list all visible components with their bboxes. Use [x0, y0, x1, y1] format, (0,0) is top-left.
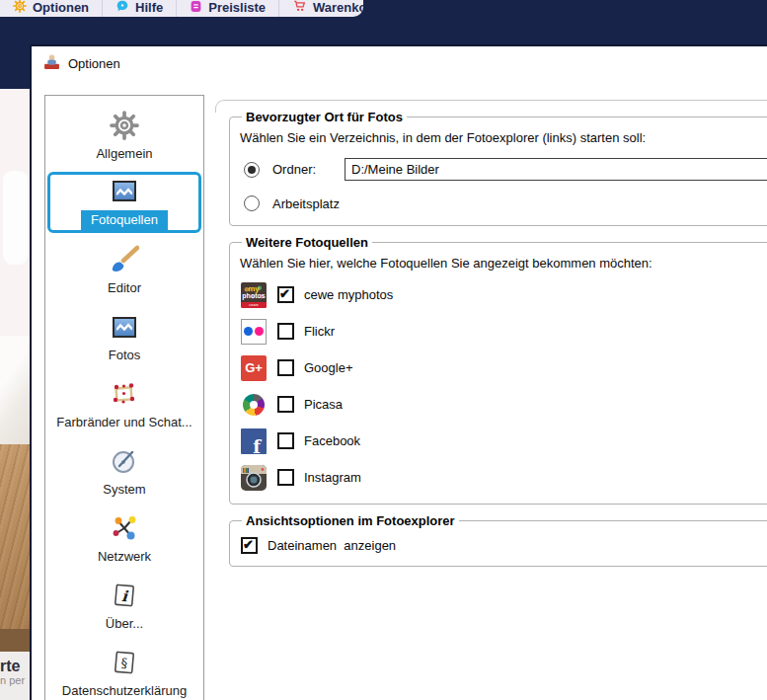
- photo-source-row-instagram: Instagram: [241, 459, 767, 496]
- screen: Optionen Hilfe Preisliste Warenkorb rte …: [0, 0, 767, 700]
- group-view-options: Ansichtsoptionen im Fotoexplorer Dateina…: [229, 513, 767, 567]
- sidebar-item-label: Netzwerk: [98, 549, 151, 564]
- checkbox-flickr[interactable]: [277, 323, 294, 340]
- group-description: Wählen Sie ein Verzeichnis, in dem der F…: [240, 130, 767, 145]
- checkbox-dateinamen-anzeigen[interactable]: [241, 537, 258, 554]
- gear-orange-icon: [13, 0, 27, 16]
- main-content: Bevorzugter Ort für Fotos Wählen Sie ein…: [229, 110, 767, 700]
- group-title: Bevorzugter Ort für Fotos: [242, 110, 407, 124]
- workspace-radio-label: Arbeitsplatz: [272, 196, 340, 211]
- toolbar-button-label: Warenkorb: [313, 0, 363, 15]
- group-description: Wählen Sie hier, welche Fotoquellen Sie …: [240, 256, 767, 271]
- info-page-icon: i: [113, 580, 136, 611]
- background-wood-edge: [0, 629, 30, 652]
- checkbox-instagram[interactable]: [277, 469, 294, 486]
- background-card: [3, 171, 28, 265]
- options-dialog-icon: [43, 53, 60, 73]
- selection-frame-icon: [111, 378, 138, 410]
- photo-source-label: Flickr: [304, 324, 335, 339]
- sidebar-item-label: Datenschutzerklärung: [62, 683, 187, 698]
- facebook-icon: [241, 428, 267, 454]
- background-photo: [0, 336, 30, 444]
- toolbar-button-preisliste[interactable]: Preisliste: [177, 0, 279, 17]
- toolbar-button-label: Optionen: [33, 0, 89, 15]
- sidebar-item-fotoquellen[interactable]: Fotoquellen: [47, 172, 201, 233]
- photo-source-list: myphotoscewe cewe myphotos Flickr G+ Goo…: [240, 276, 767, 496]
- photo-source-row-facebook: Facebook: [241, 423, 767, 459]
- app-toolbar: Optionen Hilfe Preisliste Warenkorb: [0, 0, 363, 17]
- folder-radio-label: Ordner:: [272, 162, 345, 177]
- sidebar-item-ber[interactable]: i Über...: [45, 572, 203, 639]
- svg-text:§: §: [120, 655, 128, 670]
- photo-icon: [113, 311, 136, 343]
- dialog-title: Optionen: [68, 56, 120, 71]
- photo-source-label: Facebook: [304, 433, 360, 448]
- checkbox-picasa[interactable]: [277, 396, 294, 413]
- options-dialog: Optionen Allgemein Fotoquellen Editor Fo…: [30, 44, 767, 700]
- background-heading-fragment: rte: [0, 658, 30, 674]
- sidebar-item-label: Fotos: [109, 348, 141, 362]
- paragraph-page-icon: §: [113, 647, 136, 678]
- cart-icon: [292, 0, 307, 16]
- background-wood-table: [0, 444, 30, 629]
- radio-row-folder: Ordner:: [244, 158, 767, 181]
- checkbox-cewe-myphotos[interactable]: [277, 286, 294, 303]
- sidebar-item-label: Editor: [108, 280, 141, 295]
- sidebar-item-label: Über...: [106, 616, 143, 631]
- help-bubble-icon: [115, 0, 129, 16]
- sidebar-item-fotos[interactable]: Fotos: [45, 303, 203, 370]
- radio-row-workspace: Arbeitsplatz: [244, 195, 767, 211]
- toolbar-button-warenkorb[interactable]: Warenkorb: [279, 0, 363, 17]
- sidebar-item-editor[interactable]: Editor: [45, 236, 203, 303]
- sidebar-item-label: Allgemein: [96, 146, 152, 161]
- toolbar-button-label: Hilfe: [135, 0, 163, 15]
- pricelist-icon: [190, 0, 202, 16]
- cewe-myphotos-icon: myphotoscewe: [241, 282, 267, 308]
- sidebar-item-label: System: [103, 482, 145, 497]
- group-photo-sources: Weitere Fotoquellen Wählen Sie hier, wel…: [229, 235, 767, 505]
- folder-path-input[interactable]: [345, 158, 767, 181]
- googleplus-icon: G+: [241, 355, 267, 381]
- flickr-icon: [241, 319, 267, 345]
- view-option-row: Dateinamen anzeigen: [241, 532, 767, 558]
- sidebar: Allgemein Fotoquellen Editor Fotos Farbr…: [44, 95, 204, 700]
- sidebar-item-label: Farbränder und Schat...: [56, 415, 192, 429]
- toolbar-button-hilfe[interactable]: Hilfe: [103, 0, 177, 17]
- photo-source-row-google+: G+ Google+: [241, 350, 767, 386]
- background-app-strip: rte n per: [0, 89, 30, 700]
- sidebar-item-system[interactable]: System: [45, 437, 203, 505]
- workspace-radio[interactable]: [244, 195, 260, 211]
- gear-icon: [110, 110, 139, 141]
- background-caption: rte n per: [0, 652, 30, 700]
- picasa-icon: [241, 392, 267, 418]
- brush-icon: [110, 244, 139, 275]
- sidebar-item-datenschutzerkl-rung[interactable]: § Datenschutzerklärung: [45, 639, 203, 700]
- group-title: Ansichtsoptionen im Fotoexplorer: [242, 513, 459, 528]
- sidebar-item-allgemein[interactable]: Allgemein: [45, 102, 203, 169]
- sidebar-item-label: Fotoquellen: [81, 210, 168, 230]
- background-subtext-fragment: n per: [0, 674, 30, 687]
- view-option-label: Dateinamen anzeigen: [268, 538, 396, 553]
- photo-icon: [113, 176, 136, 207]
- gauge-icon: [111, 445, 138, 477]
- network-icon: [111, 512, 138, 544]
- photo-source-label: cewe myphotos: [304, 287, 393, 302]
- photo-source-row-picasa: Picasa: [241, 386, 767, 423]
- group-title: Weitere Fotoquellen: [242, 235, 372, 250]
- photo-source-row-cewe-myphotos: myphotoscewe cewe myphotos: [241, 276, 767, 313]
- toolbar-button-optionen[interactable]: Optionen: [0, 0, 103, 17]
- toolbar-button-label: Preisliste: [208, 0, 266, 15]
- sidebar-item-netzwerk[interactable]: Netzwerk: [45, 505, 203, 572]
- photo-source-label: Instagram: [304, 470, 361, 485]
- photo-source-label: Google+: [304, 360, 353, 375]
- sidebar-item-farbr-nder-und-schat[interactable]: Farbränder und Schat...: [45, 370, 203, 437]
- checkbox-facebook[interactable]: [277, 432, 294, 449]
- photo-source-label: Picasa: [304, 397, 343, 412]
- checkbox-google+[interactable]: [277, 359, 294, 376]
- folder-radio[interactable]: [244, 162, 260, 178]
- group-preferred-location: Bevorzugter Ort für Fotos Wählen Sie ein…: [229, 110, 767, 226]
- photo-source-row-flickr: Flickr: [241, 313, 767, 350]
- instagram-icon: [241, 465, 267, 491]
- dialog-titlebar: Optionen: [43, 53, 120, 73]
